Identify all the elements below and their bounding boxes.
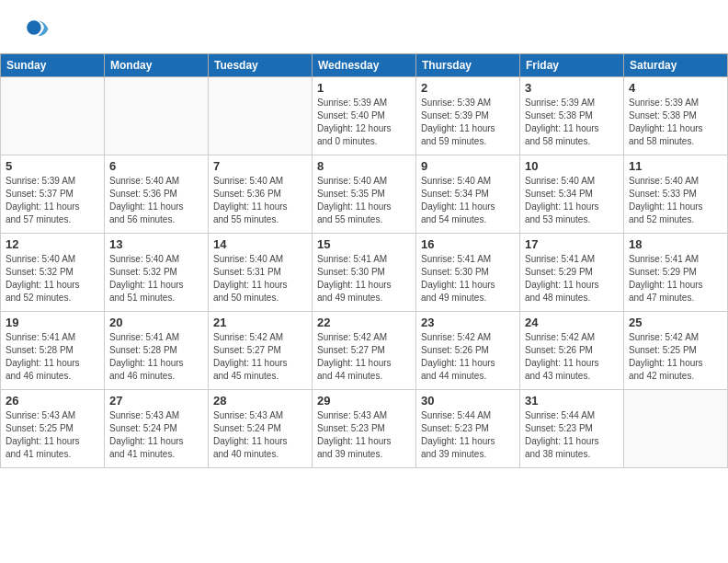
day-number: 19 (6, 316, 99, 329)
day-info: Sunrise: 5:39 AM Sunset: 5:38 PM Dayligh… (629, 97, 722, 148)
day-cell-3: 3Sunrise: 5:39 AM Sunset: 5:38 PM Daylig… (520, 77, 624, 155)
day-cell-1: 1Sunrise: 5:39 AM Sunset: 5:40 PM Daylig… (313, 77, 416, 155)
day-cell-8: 8Sunrise: 5:40 AM Sunset: 5:35 PM Daylig… (313, 155, 416, 234)
day-cell-21: 21Sunrise: 5:42 AM Sunset: 5:27 PM Dayli… (209, 312, 313, 390)
day-info: Sunrise: 5:42 AM Sunset: 5:26 PM Dayligh… (421, 331, 515, 383)
day-cell-4: 4Sunrise: 5:39 AM Sunset: 5:38 PM Daylig… (624, 77, 728, 155)
day-header-thursday: Thursday (416, 54, 520, 77)
day-info: Sunrise: 5:40 AM Sunset: 5:31 PM Dayligh… (213, 253, 307, 304)
day-info: Sunrise: 5:39 AM Sunset: 5:39 PM Dayligh… (421, 97, 515, 148)
day-cell-17: 17Sunrise: 5:41 AM Sunset: 5:29 PM Dayli… (520, 234, 624, 312)
day-header-saturday: Saturday (624, 54, 728, 77)
empty-cell (105, 77, 209, 155)
day-info: Sunrise: 5:40 AM Sunset: 5:33 PM Dayligh… (629, 175, 722, 226)
day-number: 14 (213, 237, 307, 251)
day-number: 28 (213, 394, 307, 408)
day-info: Sunrise: 5:41 AM Sunset: 5:28 PM Dayligh… (109, 331, 203, 383)
day-info: Sunrise: 5:42 AM Sunset: 5:27 PM Dayligh… (317, 331, 411, 383)
day-number: 16 (421, 237, 515, 251)
day-number: 29 (317, 394, 411, 408)
day-number: 5 (6, 159, 99, 173)
day-info: Sunrise: 5:41 AM Sunset: 5:29 PM Dayligh… (525, 253, 619, 304)
day-info: Sunrise: 5:40 AM Sunset: 5:36 PM Dayligh… (213, 175, 307, 226)
day-cell-19: 19Sunrise: 5:41 AM Sunset: 5:28 PM Dayli… (1, 312, 105, 390)
day-info: Sunrise: 5:43 AM Sunset: 5:24 PM Dayligh… (213, 409, 307, 461)
day-cell-29: 29Sunrise: 5:43 AM Sunset: 5:23 PM Dayli… (313, 390, 416, 468)
day-number: 9 (421, 159, 515, 173)
day-cell-14: 14Sunrise: 5:40 AM Sunset: 5:31 PM Dayli… (209, 234, 313, 312)
day-cell-23: 23Sunrise: 5:42 AM Sunset: 5:26 PM Dayli… (416, 312, 520, 390)
day-number: 21 (213, 316, 307, 329)
day-cell-25: 25Sunrise: 5:42 AM Sunset: 5:25 PM Dayli… (624, 312, 728, 390)
header (0, 0, 728, 44)
day-info: Sunrise: 5:40 AM Sunset: 5:36 PM Dayligh… (109, 175, 203, 226)
day-number: 11 (629, 159, 722, 173)
day-info: Sunrise: 5:39 AM Sunset: 5:38 PM Dayligh… (525, 97, 619, 148)
day-number: 4 (629, 81, 722, 95)
day-cell-20: 20Sunrise: 5:41 AM Sunset: 5:28 PM Dayli… (105, 312, 209, 390)
day-header-friday: Friday (520, 54, 624, 77)
day-info: Sunrise: 5:42 AM Sunset: 5:25 PM Dayligh… (629, 331, 722, 383)
day-info: Sunrise: 5:40 AM Sunset: 5:32 PM Dayligh… (6, 253, 99, 304)
day-cell-12: 12Sunrise: 5:40 AM Sunset: 5:32 PM Dayli… (1, 234, 105, 312)
day-info: Sunrise: 5:39 AM Sunset: 5:37 PM Dayligh… (6, 175, 99, 226)
day-info: Sunrise: 5:43 AM Sunset: 5:23 PM Dayligh… (317, 409, 411, 461)
day-number: 15 (317, 237, 411, 251)
day-header-monday: Monday (105, 54, 209, 77)
day-cell-13: 13Sunrise: 5:40 AM Sunset: 5:32 PM Dayli… (105, 234, 209, 312)
day-info: Sunrise: 5:40 AM Sunset: 5:34 PM Dayligh… (525, 175, 619, 226)
week-row-3: 12Sunrise: 5:40 AM Sunset: 5:32 PM Dayli… (1, 234, 728, 312)
day-number: 8 (317, 159, 411, 173)
day-number: 6 (109, 159, 203, 173)
day-info: Sunrise: 5:43 AM Sunset: 5:24 PM Dayligh… (109, 409, 203, 461)
day-number: 1 (317, 81, 411, 95)
subtitle (0, 44, 728, 53)
day-info: Sunrise: 5:40 AM Sunset: 5:35 PM Dayligh… (317, 175, 411, 226)
day-info: Sunrise: 5:42 AM Sunset: 5:27 PM Dayligh… (213, 331, 307, 383)
day-number: 10 (525, 159, 619, 173)
week-row-1: 1Sunrise: 5:39 AM Sunset: 5:40 PM Daylig… (1, 77, 728, 155)
day-info: Sunrise: 5:43 AM Sunset: 5:25 PM Dayligh… (6, 409, 99, 461)
day-number: 18 (629, 237, 722, 251)
day-number: 23 (421, 316, 515, 329)
day-number: 26 (6, 394, 99, 408)
day-info: Sunrise: 5:42 AM Sunset: 5:26 PM Dayligh… (525, 331, 619, 383)
day-info: Sunrise: 5:44 AM Sunset: 5:23 PM Dayligh… (421, 409, 515, 461)
day-cell-27: 27Sunrise: 5:43 AM Sunset: 5:24 PM Dayli… (105, 390, 209, 468)
day-number: 12 (6, 237, 99, 251)
day-cell-16: 16Sunrise: 5:41 AM Sunset: 5:30 PM Dayli… (416, 234, 520, 312)
day-number: 2 (421, 81, 515, 95)
day-number: 3 (525, 81, 619, 95)
day-info: Sunrise: 5:41 AM Sunset: 5:28 PM Dayligh… (6, 331, 99, 383)
empty-cell (1, 77, 105, 155)
calendar: SundayMondayTuesdayWednesdayThursdayFrid… (0, 53, 728, 468)
week-row-4: 19Sunrise: 5:41 AM Sunset: 5:28 PM Dayli… (1, 312, 728, 390)
day-number: 24 (525, 316, 619, 329)
day-number: 25 (629, 316, 722, 329)
day-number: 7 (213, 159, 307, 173)
day-number: 30 (421, 394, 515, 408)
day-cell-28: 28Sunrise: 5:43 AM Sunset: 5:24 PM Dayli… (209, 390, 313, 468)
day-header-wednesday: Wednesday (313, 54, 416, 77)
day-cell-2: 2Sunrise: 5:39 AM Sunset: 5:39 PM Daylig… (416, 77, 520, 155)
week-row-5: 26Sunrise: 5:43 AM Sunset: 5:25 PM Dayli… (1, 390, 728, 468)
day-header-sunday: Sunday (1, 54, 105, 77)
empty-cell (624, 390, 728, 468)
day-info: Sunrise: 5:41 AM Sunset: 5:30 PM Dayligh… (317, 253, 411, 304)
day-cell-6: 6Sunrise: 5:40 AM Sunset: 5:36 PM Daylig… (105, 155, 209, 234)
empty-cell (209, 77, 313, 155)
days-header-row: SundayMondayTuesdayWednesdayThursdayFrid… (1, 54, 728, 77)
day-cell-18: 18Sunrise: 5:41 AM Sunset: 5:29 PM Dayli… (624, 234, 728, 312)
day-cell-15: 15Sunrise: 5:41 AM Sunset: 5:30 PM Dayli… (313, 234, 416, 312)
day-cell-24: 24Sunrise: 5:42 AM Sunset: 5:26 PM Dayli… (520, 312, 624, 390)
day-info: Sunrise: 5:41 AM Sunset: 5:29 PM Dayligh… (629, 253, 722, 304)
day-info: Sunrise: 5:40 AM Sunset: 5:32 PM Dayligh… (109, 253, 203, 304)
day-info: Sunrise: 5:39 AM Sunset: 5:40 PM Dayligh… (317, 97, 411, 148)
day-cell-22: 22Sunrise: 5:42 AM Sunset: 5:27 PM Dayli… (313, 312, 416, 390)
day-cell-7: 7Sunrise: 5:40 AM Sunset: 5:36 PM Daylig… (209, 155, 313, 234)
day-info: Sunrise: 5:44 AM Sunset: 5:23 PM Dayligh… (525, 409, 619, 461)
day-cell-9: 9Sunrise: 5:40 AM Sunset: 5:34 PM Daylig… (416, 155, 520, 234)
day-number: 17 (525, 237, 619, 251)
logo (22, 15, 50, 40)
day-cell-30: 30Sunrise: 5:44 AM Sunset: 5:23 PM Dayli… (416, 390, 520, 468)
